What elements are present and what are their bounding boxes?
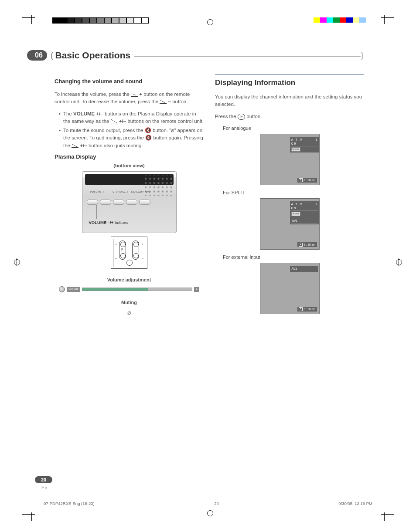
color-swatch-bar: [314, 17, 372, 23]
bullet-volume-buttons: The VOLUME +/– buttons on the Plasma Dis…: [59, 110, 204, 125]
osd-external: AV1 8 : 30 am: [260, 263, 320, 314]
displaying-info-intro: You can display the channel information …: [215, 93, 364, 108]
volume-buttons-callout: VOLUME –/+ buttons: [89, 220, 129, 226]
label-for-split: For SPLIT: [223, 190, 364, 197]
heading-plasma-display: Plasma Display: [55, 153, 204, 161]
label-volume-adjustment: Volume adjustment: [55, 277, 204, 284]
registration-mark-icon: [207, 510, 213, 516]
section-title-displaying-info: Displaying Information: [215, 78, 364, 88]
remote-buttons-illustration: + – + – P: [111, 237, 147, 269]
clock-icon: [299, 243, 303, 247]
plasma-display-bottom-illustration: – VOLUME + – CHANNEL + STANDBY /ON VOLUM…: [82, 171, 177, 233]
page-content: Changing the volume and sound To increas…: [55, 74, 364, 319]
page-number: 20: [35, 476, 52, 483]
volume-osd-bar: Volume 4: [55, 286, 204, 292]
label-muting: Muting: [55, 299, 204, 306]
footer-page: 20: [214, 501, 219, 506]
bullet-mute: To mute the sound output, press the 🔇 bu…: [59, 127, 204, 149]
mute-cross-icon: ⌀: [55, 308, 204, 317]
registration-mark-icon: [14, 259, 20, 265]
osd-analogue: A T V3 C 9 Mono 8 : 30 am: [260, 134, 320, 185]
clock-icon: [299, 307, 303, 311]
print-footer: 07-PDP42RXE-Eng (18-23) 20 9/30/05, 12:1…: [44, 501, 372, 506]
clock-icon: [299, 178, 303, 182]
left-column: Changing the volume and sound To increas…: [55, 74, 204, 319]
volume-icon: [72, 144, 78, 148]
info-button-icon: i+: [238, 114, 245, 120]
label-for-external: For external input: [223, 254, 364, 261]
registration-mark-icon: [207, 19, 213, 25]
chapter-number: 06: [27, 50, 47, 61]
chapter-header: 06 ( Basic Operations ): [27, 50, 364, 61]
grayscale-swatch-bar: [52, 17, 149, 23]
right-column: Displaying Information You can display t…: [215, 74, 364, 319]
page-language: En: [41, 485, 47, 490]
registration-mark-icon: [396, 259, 402, 265]
volume-icon: [131, 93, 138, 97]
volume-icon: [160, 100, 167, 104]
press-info-instruction: Press the i+ button.: [215, 113, 364, 120]
chapter-title: Basic Operations: [55, 50, 130, 61]
footer-filename: 07-PDP42RXE-Eng (18-23): [44, 501, 95, 506]
osd-split: A T V3 C 9 Mono AV1 8 : 30 am: [260, 198, 320, 250]
mute-icon: 🔇: [145, 127, 151, 134]
mute-icon: 🔇: [145, 134, 152, 142]
footer-timestamp: 9/30/05, 12:16 PM: [338, 501, 372, 506]
label-for-analogue: For analogue: [223, 125, 364, 132]
speaker-icon: [59, 286, 65, 292]
label-bottom-view: (bottom view): [55, 163, 204, 169]
volume-intro-text: To increase the volume, press the + butt…: [55, 91, 204, 105]
volume-icon: [111, 119, 118, 123]
heading-changing-volume: Changing the volume and sound: [55, 78, 204, 86]
